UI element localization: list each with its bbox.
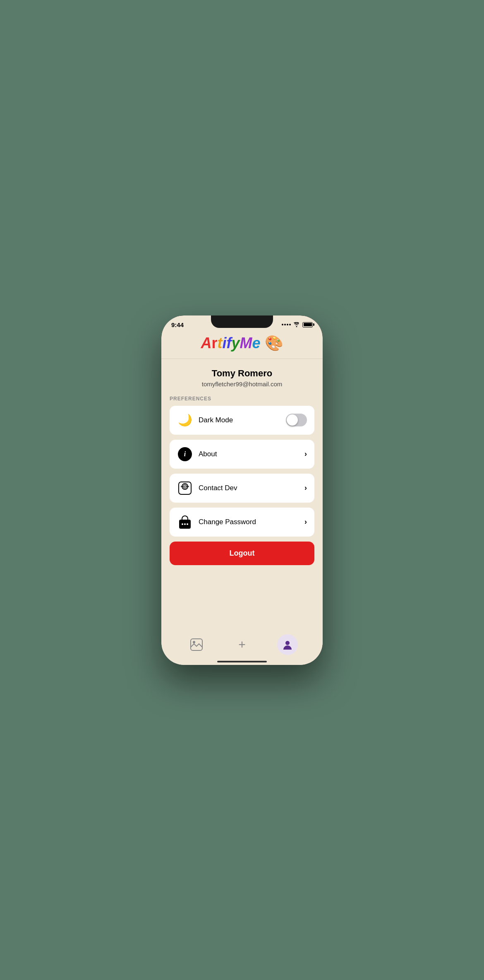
contact-dev-item[interactable]: Contact Dev › — [170, 474, 314, 503]
profile-nav-item[interactable] — [277, 634, 298, 655]
phone-frame: 9:44 ArtifyMe 🎨 — [161, 315, 323, 665]
contact-dev-icon — [177, 480, 193, 496]
about-chevron: › — [304, 450, 307, 458]
change-password-label: Change Password — [199, 518, 304, 526]
lock-body — [179, 520, 191, 529]
about-item[interactable]: i About › — [170, 440, 314, 469]
about-label: About — [199, 450, 304, 458]
logo-letter-r: r — [211, 335, 217, 352]
dark-mode-item[interactable]: 🌙 Dark Mode — [170, 406, 314, 435]
lock-dot-3 — [187, 523, 188, 525]
info-icon-circle: i — [178, 447, 192, 461]
user-info: Tomy Romero tomyfletcher99@hotmail.com — [161, 359, 323, 394]
signal-dot-2 — [284, 324, 286, 325]
app-header: ArtifyMe 🎨 — [161, 330, 323, 359]
logo-letter-f: f — [226, 335, 231, 352]
battery-fill — [304, 323, 312, 326]
logo-letter-y: y — [231, 335, 240, 352]
dark-mode-toggle[interactable] — [286, 414, 307, 426]
logout-button[interactable]: Logout — [170, 542, 314, 565]
app-logo: ArtifyMe 🎨 — [170, 334, 314, 352]
contact-svg-icon — [178, 481, 192, 495]
battery-icon — [302, 322, 313, 327]
dark-mode-label: Dark Mode — [199, 416, 286, 424]
preferences-section-label: PREFERENCES — [170, 396, 314, 402]
logo-emoji: 🎨 — [265, 335, 283, 352]
status-icons — [282, 322, 313, 327]
toggle-switch[interactable] — [286, 414, 307, 426]
change-password-item[interactable]: Change Password › — [170, 508, 314, 537]
notch — [211, 315, 273, 328]
logo-letter-e: e — [252, 335, 261, 352]
svg-point-8 — [285, 641, 290, 645]
lock-icon-wrap — [179, 515, 191, 529]
svg-point-3 — [184, 486, 186, 487]
signal-dot-4 — [289, 324, 291, 325]
lock-icon — [177, 514, 193, 530]
home-indicator — [217, 661, 267, 662]
logo-letter-i: i — [222, 335, 226, 352]
moon-icon: 🌙 — [177, 412, 193, 428]
gallery-nav-item[interactable] — [186, 634, 207, 655]
logo-letter-m: M — [240, 335, 252, 352]
signal-dot-1 — [282, 324, 283, 325]
contact-dev-label: Contact Dev — [199, 484, 304, 492]
logo-letter-a: A — [201, 335, 211, 352]
bottom-nav: + — [161, 631, 323, 665]
wifi-icon — [293, 322, 300, 327]
lock-dot-2 — [184, 523, 186, 525]
content-area: PREFERENCES 🌙 Dark Mode i About — [161, 394, 323, 631]
gallery-nav-icon — [190, 638, 203, 651]
profile-nav-button[interactable] — [277, 634, 298, 655]
signal-dots — [282, 324, 291, 325]
toggle-thumb — [287, 414, 298, 426]
logo-letter-t: t — [217, 335, 222, 352]
signal-dot-3 — [287, 324, 288, 325]
info-icon: i — [177, 446, 193, 462]
svg-point-7 — [193, 641, 195, 643]
lock-shackle — [182, 515, 188, 520]
svg-rect-6 — [191, 639, 202, 650]
user-name: Tomy Romero — [170, 368, 314, 379]
phone-screen: 9:44 ArtifyMe 🎨 — [161, 315, 323, 665]
logout-label: Logout — [230, 549, 255, 557]
status-time: 9:44 — [171, 321, 184, 328]
add-nav-item[interactable]: + — [232, 634, 252, 655]
lock-dot-1 — [182, 523, 183, 525]
user-email: tomyfletcher99@hotmail.com — [170, 380, 314, 388]
plus-icon: + — [238, 638, 246, 651]
contact-dev-chevron: › — [304, 484, 307, 492]
change-password-chevron: › — [304, 518, 307, 526]
profile-nav-icon — [282, 639, 293, 650]
